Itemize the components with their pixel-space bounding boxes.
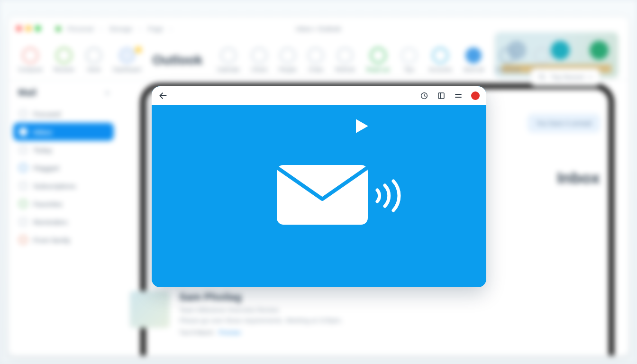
list-item-date: Tue 8 March	[179, 329, 214, 336]
window-traffic-lights[interactable]	[16, 26, 41, 31]
play-icon[interactable]	[351, 116, 372, 138]
envelope-icon	[276, 164, 369, 228]
chevron-right-icon: ›	[170, 25, 172, 33]
sidebar-item-reminders[interactable]: Reminders	[13, 213, 114, 231]
list-item-subject: Team Milestone Overview Review	[179, 306, 343, 314]
ribbon-accounts[interactable]: Accounts	[428, 47, 452, 73]
ribbon-compose[interactable]: Compose	[18, 47, 42, 73]
breadcrumb-item[interactable]: Page	[148, 25, 164, 33]
ribbon-dashboard[interactable]: Dashboard	[113, 47, 141, 73]
app-brand: Outlook	[152, 53, 205, 68]
chevron-right-icon: ›	[100, 25, 102, 33]
svg-line-1	[543, 78, 545, 80]
sound-waves-icon	[374, 179, 404, 214]
close-window-icon[interactable]	[16, 26, 22, 31]
breadcrumb-item[interactable]: Personal	[67, 25, 93, 33]
svg-rect-4	[438, 93, 444, 99]
read-aloud-modal	[152, 86, 486, 287]
ribbon-send[interactable]: Send	[86, 47, 102, 73]
sidebar-heading[interactable]: Mail ▾	[13, 84, 114, 105]
sidebar-item-today[interactable]: Today	[13, 141, 114, 159]
breadcrumb-app-icon	[56, 27, 61, 31]
ribbon-receive[interactable]: Receive	[54, 47, 74, 73]
list-item-preview: Please go over these requirements. Meeti…	[179, 317, 343, 324]
menu-icon[interactable]	[454, 91, 463, 100]
ribbon-calendar[interactable]: Calendar	[217, 47, 240, 73]
sidebar: Mail ▾ Focused Inbox Today Flagged Subsc…	[9, 81, 118, 355]
ribbon-download[interactable]: Download	[495, 47, 520, 73]
maximize-window-icon[interactable]	[35, 26, 41, 31]
ribbon-read-out[interactable]: Read out	[366, 47, 390, 73]
sidebar-item-from-family[interactable]: From family	[13, 231, 114, 249]
panel-icon[interactable]	[437, 91, 446, 100]
avatar-icon[interactable]	[471, 91, 480, 100]
modal-toolbar	[152, 86, 486, 105]
modal-hero	[152, 105, 486, 287]
breadcrumb[interactable]: Personal › Storage › Page ›	[56, 25, 172, 33]
ribbon-tips[interactable]: Tips	[401, 47, 417, 73]
list-thumbnail	[130, 291, 170, 328]
chevron-right-icon: ›	[139, 25, 141, 33]
svg-rect-9	[277, 165, 368, 225]
ribbon-send-all[interactable]: Send all	[463, 47, 483, 73]
list-item[interactable]: Sam Phoilag Team Milestone Overview Revi…	[130, 284, 617, 343]
sidebar-item-subscriptions[interactable]: Subscriptions	[13, 177, 114, 195]
ribbon-check[interactable]: Check	[251, 47, 267, 73]
chevron-down-icon: ▾	[106, 89, 109, 97]
ribbon-people[interactable]: People	[279, 47, 296, 73]
sidebar-item-favorites[interactable]: Favorites	[13, 195, 114, 213]
search-icon	[538, 73, 546, 81]
breadcrumb-item[interactable]: Storage	[109, 25, 132, 33]
chevron-down-icon: ▾	[589, 74, 592, 81]
search-placeholder: Top Recent	[551, 73, 584, 81]
message-list: Sam Phoilag Team Milestone Overview Revi…	[130, 284, 617, 343]
clock-icon[interactable]	[420, 91, 428, 100]
back-arrow-icon[interactable]	[158, 91, 168, 100]
list-item-sender: Sam Phoilag	[179, 291, 343, 303]
list-item-preview-link[interactable]: Preview	[218, 329, 240, 336]
ribbon-refresh[interactable]: Refresh	[335, 47, 355, 73]
svg-marker-8	[356, 119, 368, 133]
svg-point-0	[540, 74, 544, 79]
ribbon-chats[interactable]: Chats	[308, 47, 324, 73]
sidebar-item-focused[interactable]: Focused	[13, 105, 114, 123]
sidebar-item-flagged[interactable]: Flagged	[13, 159, 114, 177]
window-title: Inbox • Outlook	[296, 25, 341, 33]
minimize-window-icon[interactable]	[26, 26, 31, 31]
sidebar-item-inbox[interactable]: Inbox	[13, 123, 114, 141]
